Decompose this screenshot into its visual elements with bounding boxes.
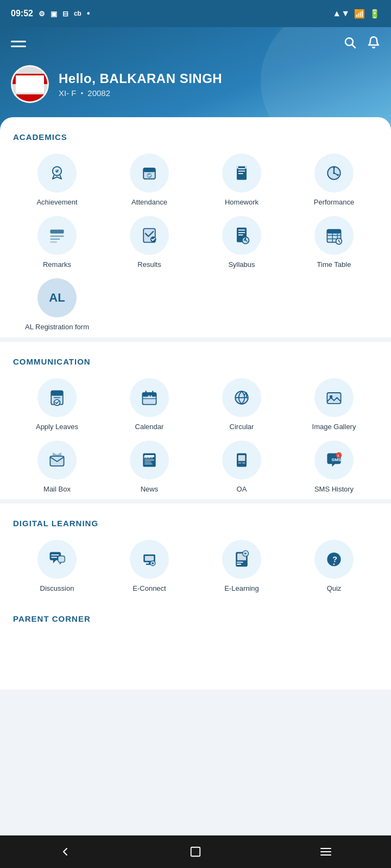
- communication-section: COMMUNICATION Apply Leaves: [0, 337, 391, 500]
- academics-grid: Achievement Attendance: [13, 154, 378, 332]
- svg-rect-36: [51, 391, 63, 395]
- screen-icon: ▣: [51, 10, 57, 18]
- parent-corner-title: PARENT CORNER: [13, 614, 378, 623]
- timetable-item[interactable]: Time Table: [290, 216, 378, 270]
- circular-item[interactable]: Circular: [198, 378, 286, 432]
- avatar: [11, 65, 49, 103]
- news-label: News: [141, 485, 159, 494]
- mail-box-item[interactable]: Mail Box: [13, 441, 101, 494]
- svg-text:!: !: [337, 453, 339, 458]
- user-class: XI- F: [59, 88, 77, 98]
- cb-icon: cb: [74, 10, 81, 17]
- svg-rect-10: [238, 173, 243, 174]
- sms-history-label: SMS History: [314, 485, 354, 494]
- al-reg-label: AL Registration form: [25, 323, 89, 332]
- svg-text:NEWS: NEWS: [144, 456, 153, 459]
- oa-item[interactable]: OA: [198, 441, 286, 494]
- svg-rect-54: [144, 463, 152, 464]
- svg-point-78: [333, 564, 335, 565]
- achievement-label: Achievement: [36, 198, 77, 207]
- attendance-label: Attendance: [131, 198, 167, 207]
- parent-corner-section: PARENT CORNER: [0, 599, 391, 679]
- digital-learning-grid: Discussion E-Connect: [13, 540, 378, 593]
- results-item[interactable]: Results: [105, 216, 193, 270]
- storage-icon: ⊟: [62, 10, 68, 18]
- syllabus-label: Syllabus: [228, 260, 255, 270]
- svg-rect-18: [50, 235, 64, 237]
- syllabus-item[interactable]: Syllabus: [198, 216, 286, 270]
- bottom-nav: [0, 835, 391, 868]
- communication-title: COMMUNICATION: [13, 357, 378, 366]
- apply-leaves-item[interactable]: Apply Leaves: [13, 378, 101, 432]
- search-button[interactable]: [343, 36, 356, 52]
- status-bar: 09:52 ⚙ ▣ ⊟ cb • ▲▼ 📶 🔋: [0, 0, 391, 27]
- calendar-item[interactable]: 31 Calendar: [105, 378, 193, 432]
- al-circle: AL: [37, 278, 77, 317]
- results-label: Results: [137, 260, 161, 270]
- timetable-label: Time Table: [317, 260, 351, 270]
- svg-rect-11: [236, 166, 238, 169]
- dot-icon: •: [87, 9, 90, 18]
- settings-icon: ⚙: [39, 10, 45, 18]
- quiz-item[interactable]: ? Quiz: [290, 540, 378, 593]
- oa-label: OA: [237, 485, 247, 494]
- status-time: 09:52: [11, 9, 33, 18]
- menu-button[interactable]: [310, 841, 342, 863]
- svg-rect-52: [144, 459, 154, 461]
- svg-point-15: [333, 167, 335, 169]
- user-greeting: Hello, BALKARAN SINGH: [59, 71, 222, 86]
- user-info: Hello, BALKARAN SINGH XI- F ● 20082: [11, 65, 380, 103]
- digital-learning-section: DIGITAL LEARNING Discussion: [0, 499, 391, 599]
- attendance-item[interactable]: Attendance: [105, 154, 193, 207]
- svg-rect-19: [50, 238, 60, 240]
- header: Hello, BALKARAN SINGH XI- F ● 20082: [0, 27, 391, 130]
- remarks-item[interactable]: Remarks: [13, 216, 101, 270]
- signal-icon: ▲▼: [332, 9, 350, 18]
- svg-line-1: [352, 45, 356, 48]
- svg-rect-25: [238, 232, 245, 233]
- svg-point-16: [337, 174, 339, 176]
- battery-icon: 🔋: [369, 9, 380, 19]
- svg-rect-79: [191, 847, 200, 857]
- svg-rect-46: [327, 393, 340, 404]
- notification-button[interactable]: [367, 36, 380, 52]
- svg-rect-58: [242, 462, 245, 463]
- svg-rect-53: [144, 461, 152, 462]
- svg-rect-9: [238, 171, 245, 172]
- discussion-label: Discussion: [40, 584, 74, 593]
- svg-rect-57: [238, 462, 241, 463]
- svg-rect-8: [238, 168, 245, 169]
- svg-rect-29: [327, 229, 340, 233]
- back-button[interactable]: [49, 841, 81, 863]
- achievement-item[interactable]: Achievement: [13, 154, 101, 207]
- home-button[interactable]: [179, 841, 212, 863]
- econnect-item[interactable]: E-Connect: [105, 540, 193, 593]
- homework-item[interactable]: Homework: [198, 154, 286, 207]
- homework-label: Homework: [225, 198, 258, 207]
- remarks-label: Remarks: [43, 260, 71, 270]
- svg-text:?: ?: [332, 556, 337, 564]
- user-details: XI- F ● 20082: [59, 88, 222, 98]
- image-gallery-label: Image Gallery: [312, 423, 356, 432]
- calendar-label: Calendar: [135, 423, 164, 432]
- apply-leaves-label: Apply Leaves: [36, 423, 78, 432]
- discussion-item[interactable]: Discussion: [13, 540, 101, 593]
- digital-learning-title: DIGITAL LEARNING: [13, 519, 378, 528]
- elearning-item[interactable]: E-Learning: [198, 540, 286, 593]
- communication-grid: Apply Leaves 31 Calendar: [13, 378, 378, 494]
- performance-item[interactable]: Performance: [290, 154, 378, 207]
- svg-rect-17: [50, 229, 64, 233]
- svg-rect-24: [238, 229, 245, 231]
- svg-point-69: [152, 563, 154, 565]
- hamburger-menu[interactable]: [11, 41, 26, 47]
- econnect-label: E-Connect: [133, 584, 166, 593]
- svg-rect-12: [245, 166, 247, 169]
- sms-history-item[interactable]: SMS ! SMS History: [290, 441, 378, 494]
- news-item[interactable]: NEWS News: [105, 441, 193, 494]
- image-gallery-item[interactable]: Image Gallery: [290, 378, 378, 432]
- svg-point-0: [345, 38, 353, 46]
- svg-text:SMS: SMS: [332, 457, 342, 462]
- svg-rect-20: [50, 241, 57, 243]
- performance-label: Performance: [314, 198, 354, 207]
- al-reg-item[interactable]: AL AL Registration form: [13, 278, 101, 332]
